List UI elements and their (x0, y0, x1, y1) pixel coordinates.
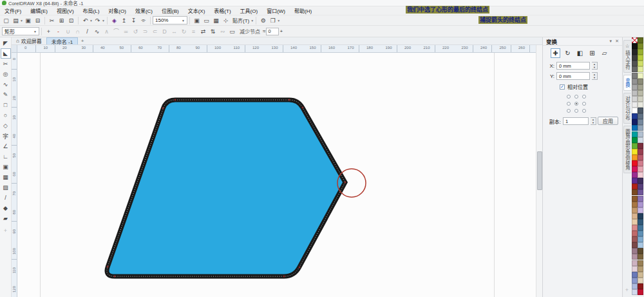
color-swatch[interactable] (638, 102, 643, 108)
color-swatch[interactable] (632, 219, 638, 225)
color-swatch[interactable] (638, 119, 643, 125)
relative-position-checkbox[interactable]: ✓ (560, 84, 565, 90)
color-swatch[interactable] (632, 242, 638, 248)
show-grid-icon[interactable]: ▦ (211, 16, 221, 25)
join-nodes-icon[interactable]: ∪ (63, 27, 73, 36)
color-swatch[interactable] (638, 289, 643, 295)
new-tab-button[interactable]: + (78, 37, 87, 44)
color-swatch[interactable] (638, 266, 643, 272)
color-swatch[interactable] (632, 90, 638, 96)
vertical-scrollbar[interactable] (536, 45, 542, 297)
extend-curve-close-icon[interactable]: ⊃ (140, 27, 150, 36)
anchor-point-grid[interactable] (565, 93, 622, 114)
zoom-tool-icon[interactable]: ◎ (1, 69, 11, 79)
color-swatch[interactable] (638, 131, 643, 137)
color-swatch[interactable] (632, 278, 638, 283)
color-swatch[interactable] (638, 166, 643, 172)
menu-窗口[interactable]: 窗口(W) (262, 7, 290, 14)
transform-skew-icon[interactable]: ▱ (600, 48, 609, 58)
color-swatch[interactable] (632, 207, 638, 213)
color-swatch[interactable] (632, 137, 638, 143)
export-icon[interactable]: ↥ (119, 16, 129, 25)
color-swatch[interactable] (638, 178, 643, 184)
y-input[interactable]: 0 mm (556, 72, 590, 80)
break-curve-icon[interactable]: ∩ (73, 27, 82, 36)
quick-customize-button[interactable]: + (4, 227, 7, 234)
color-swatch[interactable] (632, 289, 638, 295)
anchor-radio-1[interactable] (574, 95, 578, 99)
options-gear-icon[interactable]: ⚙ (258, 16, 268, 25)
docker-tab-插入字符[interactable]: ☆ 插入字符 (623, 40, 631, 73)
smoothness-plus-icon[interactable]: + (279, 28, 283, 34)
crop-tool-icon[interactable]: ✂ (1, 59, 11, 69)
color-swatch[interactable] (638, 254, 643, 260)
color-swatch[interactable] (632, 189, 638, 195)
new-document-icon[interactable]: ▢ (1, 16, 11, 25)
fullscreen-preview-icon[interactable]: ▣ (192, 16, 202, 25)
color-swatch[interactable] (638, 207, 643, 213)
color-swatch[interactable] (632, 272, 638, 278)
docker-close-icon[interactable]: ✕ (615, 39, 619, 44)
delete-node-icon[interactable]: - (53, 27, 63, 36)
print-icon[interactable]: ⊟ (33, 16, 43, 25)
snap-off-icon[interactable]: ⊹ (221, 16, 231, 25)
color-swatch[interactable] (632, 49, 638, 55)
color-swatch[interactable] (632, 155, 638, 160)
cusp-node-icon[interactable]: ∧ (102, 27, 111, 36)
y-spinner[interactable]: ▲▼ (592, 72, 598, 80)
color-swatch[interactable] (638, 143, 643, 149)
color-swatch[interactable] (632, 266, 638, 272)
menu-工具[interactable]: 工具(O) (236, 7, 263, 14)
menu-位图[interactable]: 位图(B) (157, 7, 184, 14)
color-swatch[interactable] (638, 202, 643, 207)
reflect-horizontal-icon[interactable]: ⇄ (198, 27, 208, 36)
extract-subpath-icon[interactable]: ⊂ (150, 27, 160, 36)
close-curve-icon[interactable]: D (160, 27, 169, 36)
color-swatch[interactable] (638, 113, 643, 119)
shape-preset-combo[interactable]: 矩形 ▼ (2, 27, 39, 35)
transparency-tool-icon[interactable]: ▨ (1, 182, 11, 193)
tab-document[interactable]: 未命名 -1 (46, 37, 78, 44)
curve-node[interactable] (345, 182, 346, 184)
scrollbar-thumb[interactable] (537, 151, 542, 190)
x-input[interactable]: 0 mm (556, 62, 590, 70)
docker-tab-变换[interactable]: 变换 (623, 75, 631, 91)
color-swatch[interactable] (638, 283, 643, 289)
anchor-radio-3[interactable] (567, 102, 571, 106)
color-swatch[interactable] (632, 131, 638, 137)
transform-scale-mirror-icon[interactable]: ◧ (575, 48, 585, 58)
reduce-nodes-button[interactable]: 减少节点 (237, 28, 263, 35)
symmetrical-node-icon[interactable]: ≃ (121, 27, 131, 36)
cut-icon[interactable]: ✂ (47, 16, 57, 25)
elastic-mode-icon[interactable]: ∾ (218, 27, 227, 36)
anchor-radio-6[interactable] (567, 109, 571, 113)
menu-文件[interactable]: 文件(F) (0, 7, 26, 14)
transform-rotate-icon[interactable]: ↻ (563, 48, 573, 58)
color-swatch[interactable] (638, 37, 643, 43)
color-swatch[interactable] (632, 108, 638, 113)
x-spinner[interactable]: ▲▼ (592, 62, 598, 70)
color-swatch[interactable] (632, 66, 638, 72)
color-swatch[interactable] (638, 73, 643, 79)
horizontal-ruler[interactable]: 0102030405060708090100110120130140150160… (17, 45, 536, 53)
add-node-icon[interactable]: + (44, 27, 53, 36)
smooth-node-icon[interactable]: ⌒ (111, 27, 121, 36)
save-icon[interactable]: ▣ (23, 16, 33, 25)
interactive-fill-tool-icon[interactable]: ◆ (1, 203, 11, 213)
window-layout-icon[interactable]: ❐ (268, 16, 278, 25)
color-swatch[interactable] (632, 149, 638, 155)
color-swatch[interactable] (632, 96, 638, 102)
color-swatch[interactable] (638, 242, 643, 248)
text-tool-icon[interactable]: 字 (1, 131, 11, 141)
color-swatch[interactable] (632, 172, 638, 178)
menu-帮助[interactable]: 帮助(H) (290, 7, 316, 14)
color-swatch[interactable] (638, 66, 643, 72)
color-swatch[interactable] (638, 236, 643, 242)
color-swatch[interactable] (632, 119, 638, 125)
color-swatch[interactable] (638, 213, 643, 219)
menu-视图[interactable]: 视图(V) (52, 7, 79, 14)
curve-node[interactable] (107, 266, 109, 268)
color-swatch[interactable] (632, 248, 638, 254)
curve-node[interactable] (289, 99, 290, 101)
color-swatch[interactable] (632, 202, 638, 207)
